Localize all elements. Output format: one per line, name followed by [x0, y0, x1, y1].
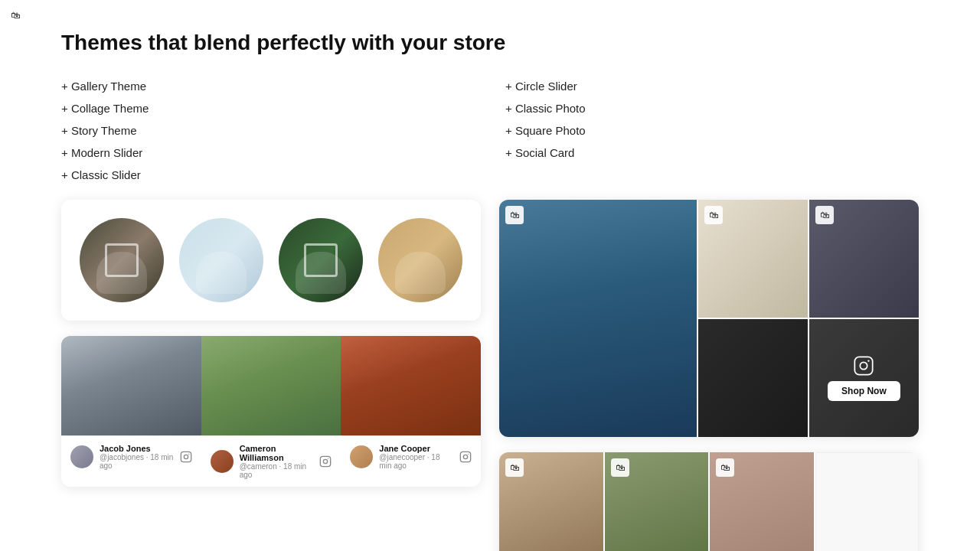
themes-list: + Gallery Theme + Circle Slider + Collag…	[61, 77, 919, 184]
cart-badge-gi1: 🛍	[704, 206, 723, 224]
cart-badge-sq3: 🛍	[716, 458, 734, 477]
social-post-2: 🛍 Cameron Williamson @cameron · 18 min a…	[201, 336, 341, 487]
content-grid: 🛍 Jacob Jones @jacobjones · 18 min ago	[61, 200, 919, 551]
hand-shape-2	[196, 252, 247, 294]
svg-rect-9	[855, 357, 873, 374]
post-info-1: Jacob Jones @jacobjones · 18 min ago	[61, 435, 201, 478]
gallery-item-3	[698, 319, 808, 437]
svg-rect-6	[460, 452, 470, 461]
circle-img-1	[80, 218, 164, 302]
post-name-2: Cameron Williamson	[240, 444, 314, 462]
svg-point-1	[184, 455, 188, 458]
post-handle-3: @janecooper · 18 min ago	[379, 453, 453, 470]
gallery-item-shop-now: Shop Now	[809, 319, 919, 437]
post-image-3: 🛍	[341, 336, 481, 435]
post-name-1: Jacob Jones	[100, 444, 174, 453]
square-grid: 🛍 🛍 🛍 SHARNEE EARRINGS £180.00	[499, 452, 919, 551]
post-info-2: Cameron Williamson @cameron · 18 min ago	[201, 435, 341, 487]
gallery-card: 🛍 🛍 🛍	[499, 200, 919, 437]
theme-square-photo: + Square Photo	[505, 121, 919, 140]
cart-badge-gi2: 🛍	[815, 206, 834, 224]
post-name-3: Jane Cooper	[379, 444, 453, 453]
square-item-product: SHARNEE EARRINGS £180.00	[815, 452, 920, 551]
page: Themes that blend perfectly with your st…	[0, 0, 980, 551]
svg-point-5	[328, 458, 328, 459]
post-meta-1: Jacob Jones @jacobjones · 18 min ago	[100, 444, 174, 470]
svg-point-2	[188, 454, 189, 455]
avatar-3	[350, 445, 373, 468]
theme-circle-slider: + Circle Slider	[505, 77, 919, 96]
instagram-overlay-icon	[853, 355, 874, 377]
square-item-3: 🛍	[710, 452, 814, 551]
svg-point-8	[468, 454, 469, 455]
instagram-icon-1	[180, 451, 192, 463]
social-post-3: 🛍 Jane Cooper @janecooper · 18 min ago	[341, 336, 481, 487]
circle-img-4	[378, 218, 462, 302]
gallery-item-1: 🛍	[698, 200, 808, 318]
hand-shape-1	[96, 252, 147, 294]
avatar-1	[70, 445, 93, 468]
gallery-main-image: 🛍	[499, 200, 697, 437]
hand-shape-3	[296, 252, 346, 294]
post-meta-3: Jane Cooper @janecooper · 18 min ago	[379, 444, 453, 470]
post-meta-2: Cameron Williamson @cameron · 18 min ago	[240, 444, 314, 479]
theme-gallery: + Gallery Theme	[61, 77, 475, 96]
theme-collage: + Collage Theme	[61, 99, 475, 118]
avatar-2	[211, 450, 234, 473]
square-card: 🛍 🛍 🛍 SHARNEE EARRINGS £180.00	[499, 452, 919, 551]
theme-modern-slider: + Modern Slider	[61, 143, 475, 162]
instagram-icon-3	[459, 451, 472, 463]
right-column: 🛍 🛍 🛍	[499, 200, 919, 551]
theme-classic-photo: + Classic Photo	[505, 99, 919, 118]
svg-point-7	[463, 455, 467, 458]
svg-rect-3	[321, 456, 331, 466]
watch-shape-2	[304, 243, 338, 277]
svg-point-10	[861, 362, 867, 369]
social-card: 🛍 Jacob Jones @jacobjones · 18 min ago	[61, 336, 481, 487]
cart-badge-sq1: 🛍	[505, 458, 524, 477]
circle-img-3	[279, 218, 363, 302]
gallery-grid: 🛍 🛍 🛍	[499, 200, 919, 437]
circle-img-2	[179, 218, 263, 302]
social-posts-container: 🛍 Jacob Jones @jacobjones · 18 min ago	[61, 336, 481, 487]
svg-point-4	[324, 459, 328, 463]
post-info-3: Jane Cooper @janecooper · 18 min ago	[341, 435, 481, 478]
square-item-2: 🛍	[605, 452, 709, 551]
svg-rect-0	[181, 452, 191, 461]
post-handle-2: @cameron · 18 min ago	[240, 462, 314, 479]
post-handle-1: @jacobjones · 18 min ago	[100, 453, 174, 470]
instagram-icon-2	[319, 455, 332, 468]
post-image-2: 🛍	[201, 336, 341, 435]
gallery-item-2: 🛍	[809, 200, 919, 318]
hand-shape-4	[395, 252, 446, 294]
cart-badge-sq2: 🛍	[611, 458, 629, 477]
social-post-1: 🛍 Jacob Jones @jacobjones · 18 min ago	[61, 336, 201, 487]
post-image-1: 🛍	[61, 336, 201, 435]
left-column: 🛍 Jacob Jones @jacobjones · 18 min ago	[61, 200, 481, 551]
svg-point-11	[868, 360, 870, 361]
circle-slider-card	[61, 200, 481, 321]
watch-shape-1	[105, 243, 139, 277]
theme-social-card: + Social Card	[505, 143, 919, 162]
cart-badge-main: 🛍	[505, 206, 524, 224]
square-item-1: 🛍	[499, 452, 603, 551]
theme-story: + Story Theme	[61, 121, 475, 140]
theme-classic-slider: + Classic Slider	[61, 165, 475, 184]
shop-now-button[interactable]: Shop Now	[828, 381, 900, 401]
page-title: Themes that blend perfectly with your st…	[61, 31, 919, 55]
